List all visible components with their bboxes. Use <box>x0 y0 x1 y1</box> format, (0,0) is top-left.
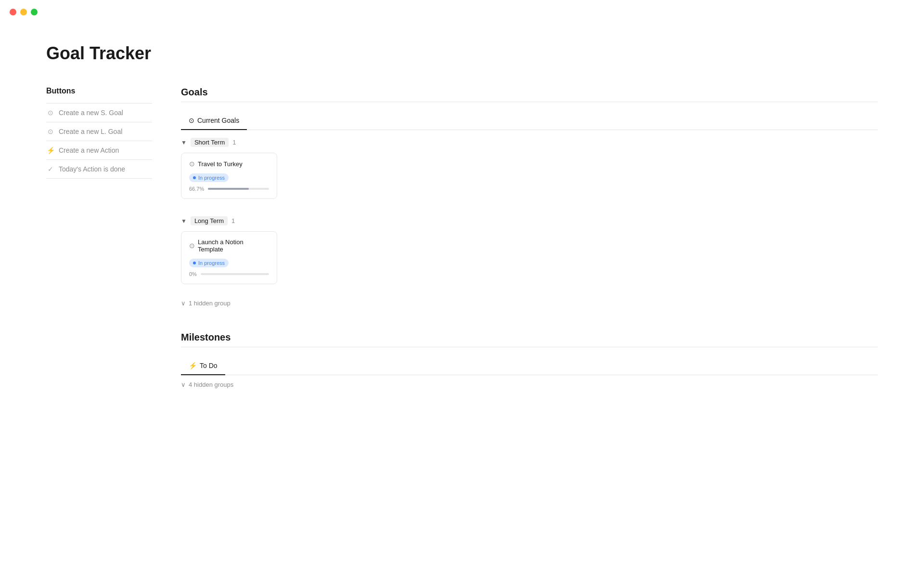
target-icon-2: ⊙ <box>46 127 55 136</box>
create-s-goal-label: Create a new S. Goal <box>59 109 123 117</box>
right-column: Goals ⊙ Current Goals ▼ Short Term 1 <box>181 87 878 394</box>
goal-title-travel: Travel to Turkey <box>198 160 243 168</box>
bolt-icon-todo: ⚡ <box>189 362 197 369</box>
two-column-layout: Buttons ⊙ Create a new S. Goal ⊙ Create … <box>46 87 878 394</box>
create-l-goal-label: Create a new L. Goal <box>59 128 122 135</box>
progress-bar-bg-travel <box>208 188 269 190</box>
traffic-light-yellow[interactable] <box>20 9 27 15</box>
status-label-notion: In progress <box>198 260 225 266</box>
goals-tabs: ⊙ Current Goals <box>181 112 878 130</box>
create-action-button[interactable]: ⚡ Create a new Action <box>46 141 152 160</box>
long-term-count: 1 <box>231 217 235 224</box>
action-done-button[interactable]: ✓ Today's Action is done <box>46 160 152 179</box>
create-action-label: Create a new Action <box>59 146 119 154</box>
current-goals-label: Current Goals <box>197 117 239 124</box>
left-column: Buttons ⊙ Create a new S. Goal ⊙ Create … <box>46 87 152 394</box>
tab-to-do[interactable]: ⚡ To Do <box>181 357 225 375</box>
current-goals-icon: ⊙ <box>189 117 194 124</box>
goal-icon-notion: ⊙ <box>189 242 195 250</box>
long-term-label: Long Term <box>191 216 228 225</box>
goals-title: Goals <box>181 87 878 98</box>
progress-bar-bg-notion <box>201 273 269 275</box>
create-s-goal-button[interactable]: ⊙ Create a new S. Goal <box>46 104 152 122</box>
goal-card-title-notion: ⊙ Launch a Notion Template <box>189 238 269 253</box>
create-l-goal-button[interactable]: ⊙ Create a new L. Goal <box>46 122 152 141</box>
goals-divider <box>181 102 878 102</box>
status-dot-travel <box>193 176 196 179</box>
chevron-down-icon-milestones: ∨ <box>181 381 186 388</box>
traffic-light-red[interactable] <box>10 9 16 15</box>
hidden-group[interactable]: ∨ 1 hidden group <box>181 294 878 313</box>
status-dot-notion <box>193 262 196 264</box>
action-done-label: Today's Action is done <box>59 165 125 173</box>
milestones-title: Milestones <box>181 332 878 343</box>
hidden-group-text: 1 hidden group <box>189 300 231 307</box>
milestones-hidden-text: 4 hidden groups <box>189 381 233 388</box>
buttons-section-heading: Buttons <box>46 87 152 95</box>
progress-row-notion: 0% <box>189 271 269 277</box>
milestones-tabs: ⚡ To Do <box>181 357 878 375</box>
progress-bar-fill-travel <box>208 188 249 190</box>
chevron-down-icon: ∨ <box>181 300 186 307</box>
short-term-label: Short Term <box>191 138 229 147</box>
page-title: Goal Tracker <box>46 43 878 64</box>
goal-title-notion: Launch a Notion Template <box>198 238 269 253</box>
goals-section: Goals ⊙ Current Goals ▼ Short Term 1 <box>181 87 878 313</box>
goal-card-title-travel: ⊙ Travel to Turkey <box>189 160 269 168</box>
short-term-count: 1 <box>232 139 236 146</box>
goal-card-travel-turkey[interactable]: ⊙ Travel to Turkey In progress 66.7% <box>181 153 277 199</box>
lightning-icon-1: ⚡ <box>46 146 55 155</box>
milestones-section: Milestones ⚡ To Do ∨ 4 hidden groups <box>181 332 878 394</box>
status-badge-notion: In progress <box>189 259 229 267</box>
main-content: Goal Tracker Buttons ⊙ Create a new S. G… <box>0 24 924 413</box>
target-icon-1: ⊙ <box>46 108 55 117</box>
progress-label-travel: 66.7% <box>189 186 204 192</box>
status-label-travel: In progress <box>198 175 225 181</box>
traffic-lights <box>0 0 924 24</box>
status-badge-travel: In progress <box>189 173 229 182</box>
traffic-light-green[interactable] <box>31 9 38 15</box>
long-term-group-header[interactable]: ▼ Long Term 1 <box>181 209 878 231</box>
goal-icon-travel: ⊙ <box>189 160 195 168</box>
check-icon: ✓ <box>46 165 55 173</box>
tab-current-goals[interactable]: ⊙ Current Goals <box>181 112 247 130</box>
long-term-arrow: ▼ <box>181 218 187 224</box>
to-do-label: To Do <box>200 362 218 369</box>
goal-card-notion[interactable]: ⊙ Launch a Notion Template In progress 0… <box>181 231 277 284</box>
short-term-arrow: ▼ <box>181 139 187 146</box>
milestones-divider <box>181 347 878 347</box>
short-term-group-header[interactable]: ▼ Short Term 1 <box>181 130 878 153</box>
progress-label-notion: 0% <box>189 271 197 277</box>
button-list: ⊙ Create a new S. Goal ⊙ Create a new L.… <box>46 103 152 179</box>
progress-row-travel: 66.7% <box>189 186 269 192</box>
milestones-hidden-groups[interactable]: ∨ 4 hidden groups <box>181 375 878 394</box>
